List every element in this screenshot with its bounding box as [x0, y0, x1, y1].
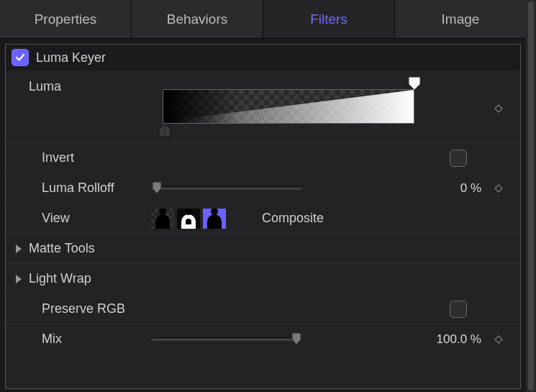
luma-gradient-control[interactable] [151, 75, 487, 142]
view-value: Composite [262, 211, 324, 226]
preserve-rgb-label: Preserve RGB [29, 301, 151, 316]
filter-header[interactable]: Luma Keyer [6, 45, 520, 70]
mix-thumb[interactable] [289, 332, 304, 346]
view-mode-composite[interactable] [203, 209, 226, 229]
filters-panel: Luma Keyer Luma Invert Luma Rol [5, 44, 521, 389]
matte-tools-label: Matte Tools [29, 241, 95, 256]
vertical-scrollbar[interactable] [526, 0, 536, 392]
view-mode-original[interactable] [151, 209, 174, 229]
mix-slider[interactable] [151, 337, 302, 341]
inspector-tabs: Properties Behaviors Filters Image [0, 0, 526, 39]
checkmark-icon [14, 52, 26, 63]
slider-thumb-icon [289, 332, 304, 346]
mix-keyframe[interactable] [487, 335, 510, 344]
rolloff-thumb[interactable] [150, 181, 164, 195]
rolloff-label: Luma Rolloff [29, 181, 151, 196]
rolloff-keyframe[interactable] [487, 184, 510, 193]
slider-thumb-icon [150, 181, 164, 195]
tab-filters[interactable]: Filters [263, 0, 395, 38]
rolloff-slider[interactable] [151, 186, 302, 190]
rolloff-value[interactable]: 0 % [401, 181, 487, 196]
tab-behaviors[interactable]: Behaviors [132, 0, 263, 38]
handle-icon [406, 76, 422, 91]
mix-label: Mix [29, 332, 151, 347]
filter-enable-checkbox[interactable] [12, 49, 29, 66]
luma-low-handle[interactable] [157, 122, 173, 138]
tab-image[interactable]: Image [395, 0, 526, 38]
luma-keyframe[interactable] [487, 75, 510, 142]
keyframe-icon [494, 184, 503, 193]
view-mode-matte[interactable] [177, 209, 200, 229]
matte-tools-group[interactable]: Matte Tools [6, 233, 520, 263]
tab-properties[interactable]: Properties [0, 0, 132, 38]
luma-label: Luma [29, 75, 151, 142]
keyframe-icon [494, 335, 503, 344]
invert-label: Invert [29, 150, 151, 165]
handle-icon [157, 122, 173, 138]
keyframe-icon [494, 104, 503, 113]
mix-value[interactable]: 100.0 % [401, 332, 487, 347]
preserve-rgb-checkbox[interactable] [450, 301, 467, 318]
disclosure-triangle-icon [16, 275, 22, 283]
light-wrap-group[interactable]: Light Wrap [6, 263, 520, 293]
luma-high-handle[interactable] [406, 76, 422, 91]
disclosure-triangle-icon [16, 245, 22, 253]
filter-title: Luma Keyer [36, 50, 106, 65]
view-label: View [29, 211, 151, 226]
light-wrap-label: Light Wrap [29, 271, 91, 286]
invert-checkbox[interactable] [450, 150, 467, 167]
view-mode-picker[interactable] [151, 209, 226, 229]
